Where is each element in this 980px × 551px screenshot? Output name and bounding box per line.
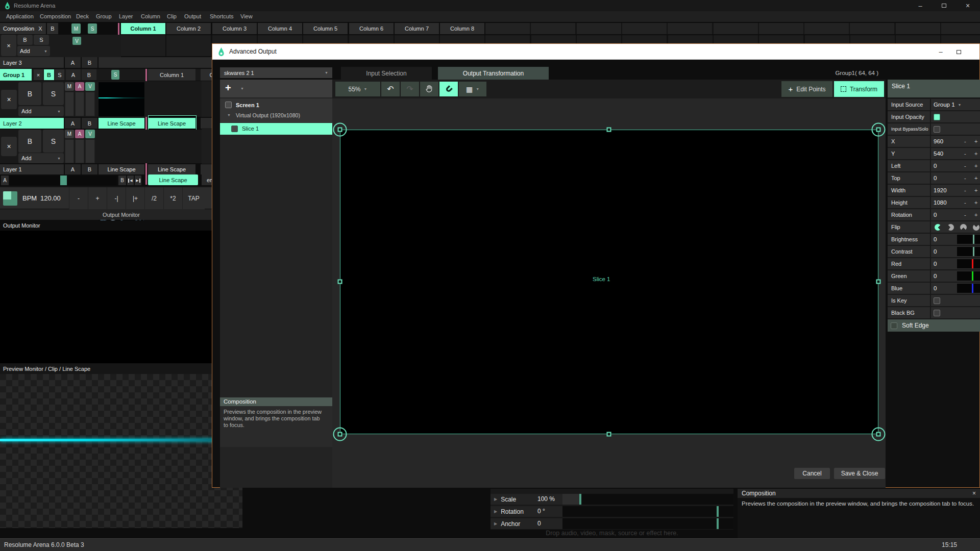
decrement-button[interactable]: - [964,151,966,157]
slider-handle[interactable] [973,247,974,256]
rotate-left-icon[interactable] [960,224,967,231]
expand-arrow-icon[interactable]: ▶ [494,509,497,514]
layer2-master-fader[interactable] [65,92,74,116]
layer2-solo-button[interactable]: S [43,82,64,105]
layer3-blend-dropdown[interactable]: Add▼ [17,46,50,56]
column-6-header[interactable]: Column 6 [349,23,394,34]
menu-deck[interactable]: Deck [76,13,89,19]
composition-x-button[interactable]: X [35,23,46,34]
edit-points-button[interactable]: +Edit Points [781,81,832,97]
menu-view[interactable]: View [240,13,253,19]
group1-b-cell[interactable]: B [82,69,96,80]
menu-application[interactable]: Application [6,13,34,19]
slice-corner-handle[interactable] [876,432,881,437]
green-value[interactable]: 0 [931,273,937,279]
layer1-blend-dropdown[interactable]: Add▼ [18,153,64,163]
top-value[interactable]: 0 [931,175,937,181]
active-clip-display[interactable]: Line Scape [148,174,198,185]
composition-master-toggle[interactable]: M [71,23,81,34]
group1-s-toggle[interactable]: S [111,70,119,80]
rotation-slider[interactable] [562,506,733,517]
screen-preset-dropdown[interactable]: skwares 2 1▼ [220,67,332,78]
expand-arrow-icon[interactable]: ▶ [494,521,497,526]
menu-output[interactable]: Output [184,13,201,19]
tab-output-transformation[interactable]: Output Transformation [438,67,549,80]
layer1-audio-fader[interactable] [75,139,84,163]
layer2-column1-clip-name[interactable]: Line Scape [148,118,195,129]
x-value[interactable]: 960 [931,138,943,144]
input-opacity-checkbox[interactable] [934,114,940,120]
redo-button[interactable]: ↷ [401,82,419,96]
red-slider[interactable] [957,259,980,268]
rotation-value[interactable]: 0 [931,212,937,218]
group1-a-cell[interactable]: A [66,69,81,80]
slice-corner-handle[interactable] [338,128,342,132]
layer2-blend-dropdown[interactable]: Add▼ [18,106,64,116]
app-maximize-button[interactable] [932,0,955,11]
slice-edge-handle[interactable] [607,432,611,437]
brightness-value[interactable]: 0 [931,236,937,242]
contrast-value[interactable]: 0 [931,248,937,255]
add-button[interactable]: + [225,82,231,94]
column-2-header[interactable]: Column 2 [166,23,211,34]
output-canvas[interactable]: Slice 1 [332,98,886,488]
bpm-double-button[interactable]: *2 [163,187,182,210]
layer1-audio-toggle[interactable]: A [75,130,84,138]
blue-value[interactable]: 0 [931,285,937,291]
group1-clear-button[interactable]: × [34,69,43,80]
increment-button[interactable]: + [974,151,977,157]
crossfader-a-button[interactable]: A [1,176,9,185]
column-4-header[interactable]: Column 4 [258,23,302,34]
anchor-value[interactable]: 0 [537,520,541,527]
layer1-solo-button[interactable]: S [43,130,64,153]
layer3-bypass-button[interactable]: B [17,35,33,45]
transform-button[interactable]: Transform [834,81,884,97]
dialog-maximize-button[interactable] [951,46,966,58]
decrement-button[interactable]: - [964,199,966,206]
slice-corner-handle[interactable] [338,432,342,437]
menu-group[interactable]: Group [96,13,112,19]
layer2-clip-name[interactable]: Line Scape [99,118,144,129]
zoom-level-dropdown[interactable]: 55%▼ [335,82,380,96]
group1-bypass-button[interactable]: B [44,69,54,80]
layer2-label[interactable]: Layer 2 [0,118,64,129]
input-source-dropdown[interactable]: Group 1 [931,102,955,108]
increment-button[interactable]: + [974,187,977,193]
layer1-a-cell[interactable]: A [65,164,81,174]
column-5-header[interactable]: Column 5 [303,23,348,34]
increment-button[interactable]: + [974,138,977,144]
layer2-audio-fader[interactable] [75,92,84,116]
app-close-button[interactable]: × [955,0,980,11]
decrement-button[interactable]: - [964,138,966,144]
group1-column1-header[interactable]: Column 1 [148,69,195,81]
layer2-video-toggle[interactable]: V [85,82,95,91]
composition-bypass-button[interactable]: B [47,23,58,34]
column-1-header[interactable]: Column 1 [121,23,165,34]
layer2-master-toggle[interactable]: M [65,82,74,91]
composition-speed-toggle[interactable]: S [88,23,97,34]
next-deck-button[interactable]: ▶ [135,176,141,185]
anchor-slider[interactable] [562,518,733,529]
bpm-value[interactable]: 120.00 [40,194,61,202]
menu-layer[interactable]: Layer [119,13,133,19]
layer3-a-cell[interactable]: A [65,57,81,68]
black-bg-checkbox[interactable] [934,310,940,316]
layer1-b-cell[interactable]: B [82,164,97,174]
green-slider[interactable] [957,271,980,281]
crossfader-handle[interactable] [60,176,67,185]
slider-handle[interactable] [972,284,973,293]
is-key-checkbox[interactable] [934,297,940,304]
slider-handle[interactable] [972,271,973,281]
scale-slider[interactable] [562,494,733,505]
menu-composition[interactable]: Composition [40,13,71,19]
slice-corner-handle[interactable] [876,128,881,132]
layer1-column1-clip-name[interactable]: Line Scape [148,164,195,174]
menu-column[interactable]: Column [141,13,160,19]
layer2-b-cell[interactable]: B [82,118,97,129]
tree-item-screen1[interactable]: Screen 1 [220,101,332,110]
group1-label[interactable]: Group 1 [0,69,32,81]
height-value[interactable]: 1080 [931,199,947,206]
bpm-decrease-button[interactable]: - [69,187,88,210]
app-minimize-button[interactable]: – [909,0,932,11]
tab-input-selection[interactable]: Input Selection [341,67,432,80]
